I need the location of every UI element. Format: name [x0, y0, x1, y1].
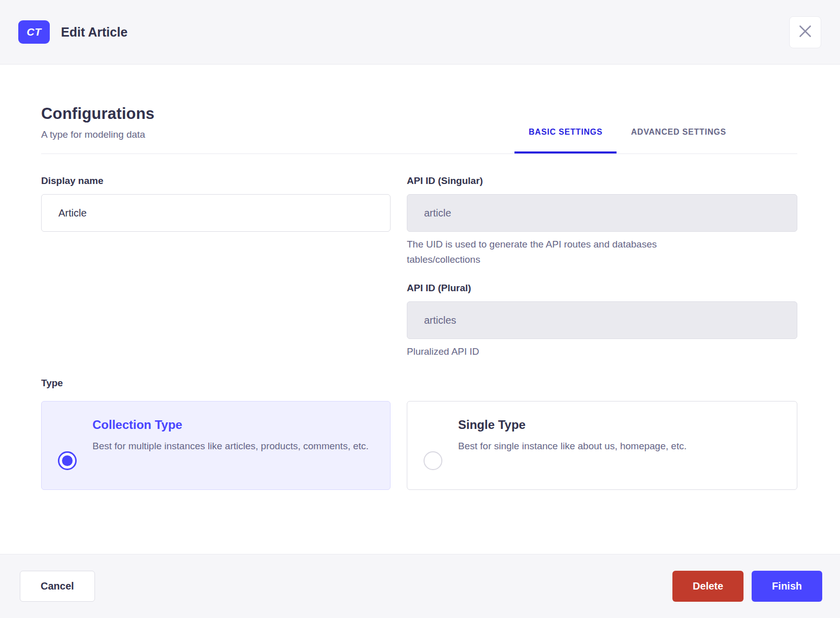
api-id-plural-help: Pluralized API ID: [407, 344, 797, 359]
single-type-radio[interactable]: [424, 451, 442, 470]
collection-type-text: Collection Type Best for multiple instan…: [92, 418, 369, 454]
section-header: Configurations A type for modeling data …: [41, 105, 797, 154]
close-icon: [799, 25, 812, 39]
collection-type-title: Collection Type: [92, 418, 369, 432]
api-id-singular-input: [407, 194, 797, 232]
modal-footer: Cancel Delete Finish: [0, 554, 840, 618]
single-type-text: Single Type Best for single instance lik…: [458, 418, 687, 454]
content-type-badge: CT: [18, 20, 50, 44]
modal-body: Configurations A type for modeling data …: [0, 65, 840, 554]
api-id-singular-field: API ID (Singular) The UID is used to gen…: [407, 175, 797, 267]
page-title: Configurations: [41, 105, 154, 123]
edit-content-type-modal: CT Edit Article Configurations A type fo…: [0, 0, 840, 618]
display-name-input[interactable]: [41, 194, 391, 232]
display-name-label: Display name: [41, 175, 391, 187]
display-name-field: Display name: [41, 175, 391, 359]
api-id-plural-field: API ID (Plural) Pluralized API ID: [407, 283, 797, 359]
tab-basic-settings[interactable]: BASIC SETTINGS: [514, 128, 617, 153]
collection-type-card[interactable]: Collection Type Best for multiple instan…: [41, 401, 391, 490]
single-type-description: Best for single instance like about us, …: [458, 439, 687, 454]
api-id-singular-help: The UID is used to generate the API rout…: [407, 237, 732, 267]
delete-button[interactable]: Delete: [672, 571, 744, 602]
modal-title: Edit Article: [61, 25, 127, 40]
modal-header: CT Edit Article: [0, 0, 840, 65]
api-id-plural-input: [407, 301, 797, 339]
single-type-card[interactable]: Single Type Best for single instance lik…: [407, 401, 797, 490]
type-options: Collection Type Best for multiple instan…: [41, 401, 797, 490]
finish-button[interactable]: Finish: [752, 571, 822, 602]
collection-type-radio[interactable]: [58, 451, 77, 470]
configuration-form: Display name API ID (Singular) The UID i…: [41, 154, 797, 359]
collection-type-description: Best for multiple instances like article…: [92, 439, 369, 454]
section-titles: Configurations A type for modeling data: [41, 105, 154, 153]
cancel-button[interactable]: Cancel: [20, 571, 95, 602]
api-id-plural-label: API ID (Plural): [407, 283, 797, 294]
single-type-title: Single Type: [458, 418, 687, 432]
page-subtitle: A type for modeling data: [41, 129, 154, 140]
close-button[interactable]: [789, 16, 821, 48]
api-id-column: API ID (Singular) The UID is used to gen…: [407, 175, 797, 359]
settings-tabs: BASIC SETTINGS ADVANCED SETTINGS: [514, 128, 740, 153]
content-type-badge-label: CT: [27, 26, 42, 38]
api-id-singular-label: API ID (Singular): [407, 175, 797, 187]
type-label: Type: [41, 378, 797, 389]
tab-advanced-settings[interactable]: ADVANCED SETTINGS: [617, 128, 740, 153]
